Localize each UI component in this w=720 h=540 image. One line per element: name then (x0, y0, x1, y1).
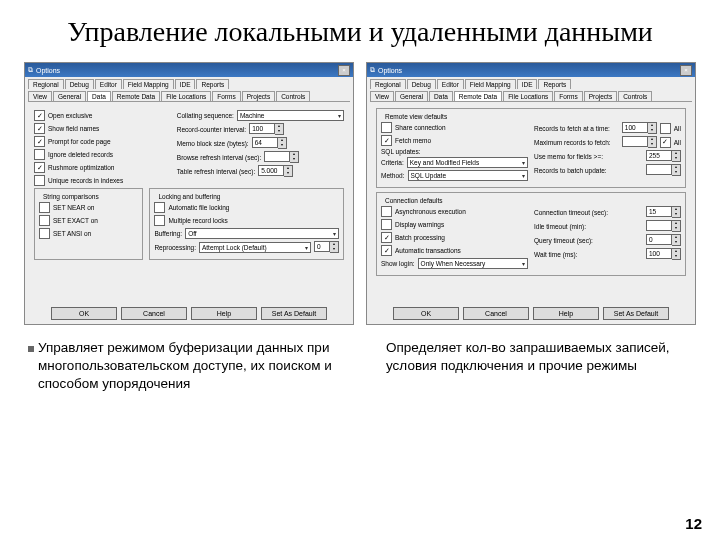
set-default-button[interactable]: Set As Default (261, 307, 327, 320)
all2-checkbox[interactable] (660, 137, 671, 148)
records-fetch-label: Records to fetch at a time: (534, 125, 619, 132)
tab-forms[interactable]: Forms (212, 91, 240, 101)
share-conn-checkbox[interactable] (381, 122, 392, 133)
tab-remote-data[interactable]: Remote Data (454, 91, 502, 101)
sql-updates-label: SQL updates: (381, 148, 528, 155)
auto-trans-checkbox[interactable] (381, 245, 392, 256)
tab-general[interactable]: General (53, 91, 86, 101)
tab-controls[interactable]: Controls (618, 91, 652, 101)
tab-regional[interactable]: Regional (370, 79, 406, 89)
tab-editor[interactable]: Editor (95, 79, 122, 89)
browse-refresh-spinner[interactable]: ▴▾ (264, 151, 299, 163)
connection-defaults-title: Connection defaults (383, 197, 444, 204)
bullet-icon (28, 346, 34, 352)
string-comparisons-group: String comparisons SET NEAR on SET EXACT… (34, 188, 143, 260)
reprocessing-spinner[interactable]: ▴▾ (314, 241, 339, 253)
records-fetch-spinner[interactable]: ▴▾ (622, 122, 657, 134)
all1-checkbox[interactable] (660, 123, 671, 134)
show-field-names-checkbox[interactable] (34, 123, 45, 134)
max-records-label: Maximum records to fetch: (534, 139, 619, 146)
remote-view-defaults-title: Remote view defaults (383, 113, 449, 120)
method-combo[interactable]: SQL Update (408, 170, 529, 181)
fetch-memo-checkbox[interactable] (381, 135, 392, 146)
window-title: Options (36, 67, 60, 74)
tab-reports[interactable]: Reports (196, 79, 229, 89)
memo-label: Memo block size (bytes): (177, 140, 249, 147)
show-login-combo[interactable]: Only When Necessary (418, 258, 528, 269)
tabs-row-1: Regional Debug Editor Field Mapping IDE … (367, 77, 695, 89)
open-exclusive-checkbox[interactable] (34, 110, 45, 121)
reprocessing-combo[interactable]: Attempt Lock (Default) (199, 242, 311, 253)
idle-timeout-spinner[interactable]: ▴▾ (646, 220, 681, 232)
set-exact-checkbox[interactable] (39, 215, 50, 226)
ok-button[interactable]: OK (393, 307, 459, 320)
batch-proc-checkbox[interactable] (381, 232, 392, 243)
options-dialog-right: ⧉ Options × Regional Debug Editor Field … (366, 62, 696, 325)
set-ansi-checkbox[interactable] (39, 228, 50, 239)
async-label: Asynchronous execution (395, 208, 466, 215)
rushmore-checkbox[interactable] (34, 162, 45, 173)
close-icon[interactable]: × (680, 65, 692, 76)
idle-timeout-label: Idle timeout (min): (534, 223, 643, 230)
help-button[interactable]: Help (533, 307, 599, 320)
tab-view[interactable]: View (28, 91, 52, 101)
tab-view[interactable]: View (370, 91, 394, 101)
display-warn-label: Display warnings (395, 221, 444, 228)
tab-projects[interactable]: Projects (242, 91, 275, 101)
async-checkbox[interactable] (381, 206, 392, 217)
records-batch-label: Records to batch update: (534, 167, 643, 174)
help-button[interactable]: Help (191, 307, 257, 320)
tab-remote-data[interactable]: Remote Data (112, 91, 160, 101)
tab-data[interactable]: Data (429, 91, 453, 101)
multi-lock-checkbox[interactable] (154, 215, 165, 226)
tab-debug[interactable]: Debug (65, 79, 94, 89)
conn-timeout-spinner[interactable]: ▴▾ (646, 206, 681, 218)
cancel-button[interactable]: Cancel (121, 307, 187, 320)
max-records-spinner[interactable]: ▴▾ (622, 136, 657, 148)
record-counter-spinner[interactable]: ▴▾ (249, 123, 284, 135)
records-batch-spinner[interactable]: ▴▾ (646, 164, 681, 176)
set-ansi-label: SET ANSI on (53, 230, 91, 237)
collating-combo[interactable]: Machine (237, 110, 344, 121)
tabs-row-2: View General Data Remote Data File Locat… (25, 89, 353, 101)
tab-file-locations[interactable]: File Locations (503, 91, 553, 101)
close-icon[interactable]: × (338, 65, 350, 76)
auto-lock-checkbox[interactable] (154, 202, 165, 213)
display-warn-checkbox[interactable] (381, 219, 392, 230)
tab-debug[interactable]: Debug (407, 79, 436, 89)
ok-button[interactable]: OK (51, 307, 117, 320)
memo-spinner[interactable]: ▴▾ (252, 137, 287, 149)
set-exact-label: SET EXACT on (53, 217, 98, 224)
wait-time-spinner[interactable]: ▴▾ (646, 248, 681, 260)
open-exclusive-label: Open exclusive (48, 112, 92, 119)
unique-idx-checkbox[interactable] (34, 175, 45, 186)
criteria-combo[interactable]: Key and Modified Fields (407, 157, 528, 168)
set-default-button[interactable]: Set As Default (603, 307, 669, 320)
tab-editor[interactable]: Editor (437, 79, 464, 89)
set-near-checkbox[interactable] (39, 202, 50, 213)
titlebar: ⧉ Options × (367, 63, 695, 77)
tab-file-locations[interactable]: File Locations (161, 91, 211, 101)
tab-controls[interactable]: Controls (276, 91, 310, 101)
tab-projects[interactable]: Projects (584, 91, 617, 101)
query-timeout-spinner[interactable]: ▴▾ (646, 234, 681, 246)
use-memo-spinner[interactable]: ▴▾ (646, 150, 681, 162)
tab-field-mapping[interactable]: Field Mapping (123, 79, 174, 89)
ignore-deleted-checkbox[interactable] (34, 149, 45, 160)
tab-ide[interactable]: IDE (175, 79, 196, 89)
fetch-memo-label: Fetch memo (395, 137, 431, 144)
tab-field-mapping[interactable]: Field Mapping (465, 79, 516, 89)
button-bar: OK Cancel Help Set As Default (367, 303, 695, 324)
titlebar: ⧉ Options × (25, 63, 353, 77)
tab-forms[interactable]: Forms (554, 91, 582, 101)
prompt-codepage-checkbox[interactable] (34, 136, 45, 147)
table-refresh-spinner[interactable]: ▴▾ (258, 165, 293, 177)
buffering-combo[interactable]: Off (185, 228, 339, 239)
tab-ide[interactable]: IDE (517, 79, 538, 89)
cancel-button[interactable]: Cancel (463, 307, 529, 320)
tab-data[interactable]: Data (87, 91, 111, 101)
use-memo-label: Use memo for fields >=: (534, 153, 643, 160)
tab-reports[interactable]: Reports (538, 79, 571, 89)
tab-general[interactable]: General (395, 91, 428, 101)
tab-regional[interactable]: Regional (28, 79, 64, 89)
